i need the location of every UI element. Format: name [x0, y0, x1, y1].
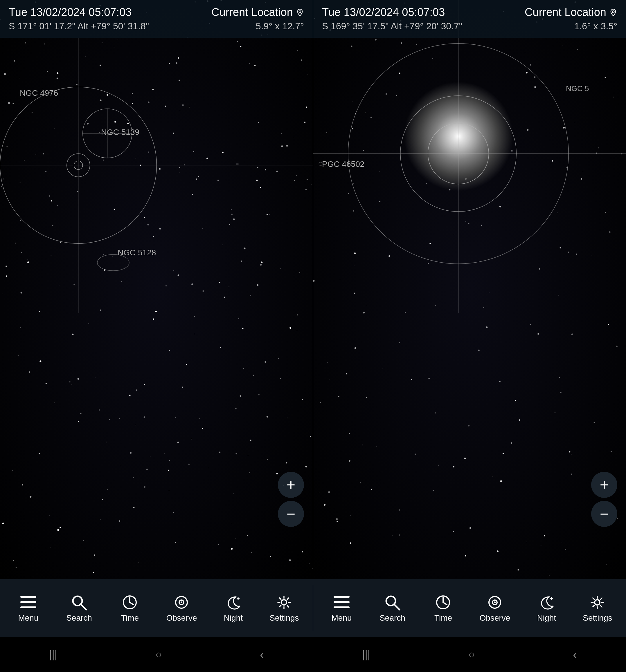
night-icon-left: [225, 594, 242, 611]
zoom-out-right[interactable]: −: [591, 501, 617, 527]
coords-left: S 171° 01' 17.2" Alt +79° 50' 31.8": [9, 21, 149, 32]
menu-icon-left: [20, 594, 37, 611]
label-ngc5-right: NGC 5: [566, 84, 589, 93]
location-icon-right: [609, 8, 617, 17]
svg-point-9: [97, 255, 129, 271]
location-right: Current Location: [525, 6, 617, 19]
label-pgc46502: PGC 46502: [322, 160, 364, 169]
nav-menu-left[interactable]: Menu: [14, 594, 43, 623]
nav-night-label-right: Night: [537, 614, 556, 623]
nav-night-left[interactable]: Night: [218, 594, 248, 623]
nav-night-label-left: Night: [224, 614, 243, 623]
datetime-left: Tue 13/02/2024 05:07:03: [9, 6, 132, 19]
observe-icon-right: [486, 594, 504, 611]
scope-overlay-right: [313, 0, 626, 313]
menu-icon-right: [333, 594, 350, 611]
nav-night-right[interactable]: Night: [532, 594, 561, 623]
sys-nav-recent-left[interactable]: |||: [49, 648, 57, 661]
sys-nav-recent-right[interactable]: |||: [362, 648, 370, 661]
svg-rect-17: [20, 596, 36, 598]
nav-time-left[interactable]: Time: [116, 594, 145, 623]
svg-rect-19: [20, 606, 36, 608]
location-left: Current Location: [211, 6, 304, 19]
sys-nav-home-left[interactable]: ○: [155, 648, 162, 661]
ngc4976-dot: [8, 102, 10, 104]
nav-observe-label-left: Observe: [166, 614, 197, 623]
coords-right: S 169° 35' 17.5" Alt +79° 20' 30.7": [322, 21, 462, 32]
settings-icon-left: [276, 594, 293, 611]
zoom-in-right[interactable]: +: [591, 472, 617, 498]
nav-search-right[interactable]: Search: [378, 594, 407, 623]
datetime-right: Tue 13/02/2024 05:07:03: [322, 6, 445, 19]
search-icon-right: [384, 594, 401, 611]
sys-nav-left: ||| ○ ‹: [0, 648, 313, 661]
nav-settings-label-right: Settings: [583, 614, 612, 623]
fov-right: 1.6° x 3.5°: [574, 21, 617, 32]
nav-settings-right[interactable]: Settings: [583, 594, 612, 623]
nav-search-label-left: Search: [66, 614, 92, 623]
svg-point-16: [319, 162, 322, 166]
svg-line-24: [130, 602, 134, 605]
svg-rect-31: [333, 596, 350, 598]
svg-line-21: [81, 604, 86, 609]
nav-observe-label-right: Observe: [480, 614, 510, 623]
svg-rect-32: [333, 601, 350, 603]
header-left: Tue 13/02/2024 05:07:03 Current Location…: [0, 0, 313, 38]
svg-point-30: [281, 600, 286, 605]
svg-rect-18: [20, 601, 36, 603]
svg-point-0: [299, 11, 301, 13]
sys-nav-back-left[interactable]: ‹: [260, 648, 264, 661]
nav-time-label-left: Time: [121, 614, 139, 623]
header-right: Tue 13/02/2024 05:07:03 Current Location…: [313, 0, 626, 38]
label-ngc5139: ·NGC 5139: [99, 128, 139, 137]
system-nav-bar: ||| ○ ‹ ||| ○ ‹: [0, 637, 626, 672]
svg-point-44: [595, 600, 600, 605]
sys-nav-home-right[interactable]: ○: [468, 648, 475, 661]
time-icon-right: [435, 594, 452, 611]
nav-time-label-right: Time: [434, 614, 452, 623]
label-ngc4976: NGC 4976: [20, 89, 58, 98]
nav-menu-label-left: Menu: [18, 614, 38, 623]
svg-point-10: [612, 11, 615, 13]
fov-left: 5.9° x 12.7°: [256, 21, 304, 32]
svg-point-41: [494, 601, 496, 603]
zoom-out-left[interactable]: −: [278, 501, 304, 527]
zoom-controls-right: + −: [591, 472, 617, 527]
nav-menu-right[interactable]: Menu: [327, 594, 356, 623]
nav-observe-left[interactable]: Observe: [166, 594, 197, 623]
ngc5128-ellipse: [96, 253, 131, 273]
time-icon-left: [121, 594, 139, 611]
nav-observe-right[interactable]: Observe: [480, 594, 510, 623]
location-icon-left: [296, 8, 304, 17]
nav-section-left: Menu Search Time: [0, 594, 313, 623]
nav-search-left[interactable]: Search: [65, 594, 94, 623]
svg-line-38: [443, 602, 447, 605]
scope-overlay-left: [0, 0, 313, 313]
zoom-controls-left: + −: [278, 472, 304, 527]
sys-nav-back-right[interactable]: ‹: [573, 648, 577, 661]
observe-icon-left: [173, 594, 190, 611]
sys-nav-right: ||| ○ ‹: [313, 648, 626, 661]
nav-settings-label-left: Settings: [270, 614, 299, 623]
nav-settings-left[interactable]: Settings: [270, 594, 299, 623]
pgc46502-symbol: [313, 161, 328, 167]
nav-section-right: Menu Search Time: [313, 594, 626, 623]
settings-icon-right: [589, 594, 606, 611]
night-icon-right: [538, 594, 555, 611]
svg-line-35: [394, 604, 399, 609]
svg-rect-33: [333, 606, 350, 608]
nav-time-right[interactable]: Time: [429, 594, 458, 623]
nav-search-label-right: Search: [379, 614, 405, 623]
search-icon-left: [71, 594, 88, 611]
bottom-nav-bar: Menu Search Time: [0, 579, 626, 637]
nav-menu-label-right: Menu: [331, 614, 352, 623]
left-screen: Tue 13/02/2024 05:07:03 Current Location…: [0, 0, 313, 579]
zoom-in-left[interactable]: +: [278, 472, 304, 498]
right-screen: Tue 13/02/2024 05:07:03 Current Location…: [313, 0, 626, 579]
svg-point-27: [181, 601, 182, 603]
